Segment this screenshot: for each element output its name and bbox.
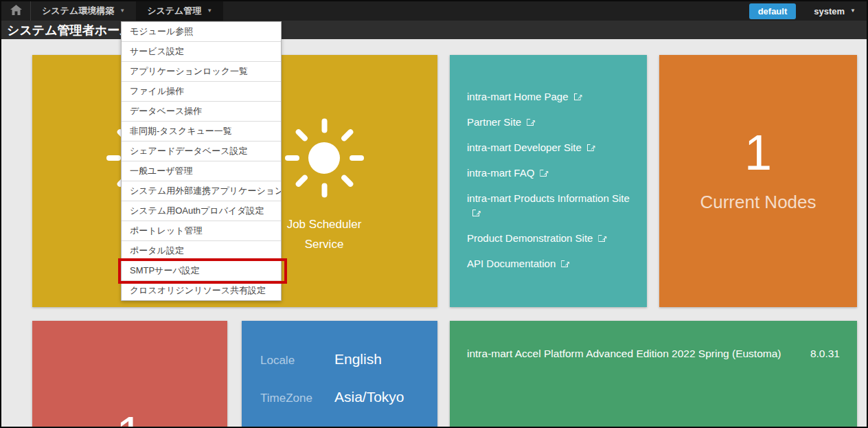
topbar-spacer (223, 1, 749, 21)
menu-item-portal-settings[interactable]: ポータル設定 (122, 241, 281, 261)
current-nodes-tile: 1 Current Nodes (659, 55, 857, 307)
menu-item-general-user-management[interactable]: 一般ユーザ管理 (122, 161, 281, 181)
product-name: intra-mart Accel Platform Advanced Editi… (467, 348, 781, 360)
page-title: システム管理者ホーム (7, 22, 133, 38)
menu-item-file-operations[interactable]: ファイル操作 (122, 82, 281, 102)
timezone-row: TimeZone Asia/Tokyo (260, 389, 437, 405)
timezone-value: Asia/Tokyo (334, 389, 404, 405)
home-button[interactable] (1, 1, 31, 21)
external-link-icon (561, 260, 569, 267)
locale-value: English (334, 351, 382, 368)
service-label: Job Scheduler Service (287, 214, 362, 254)
link-developer-site[interactable]: intra-mart Developer Site (467, 140, 635, 155)
menu-system-management[interactable]: システム管理 ▼ (136, 1, 223, 21)
sun-icon (284, 118, 364, 198)
external-link-icon (540, 169, 547, 177)
menu-label: システム管理 (147, 5, 201, 17)
user-menu-label: system (814, 6, 845, 16)
menu-item-application-lock-list[interactable]: アプリケーションロック一覧 (122, 62, 281, 82)
external-link-icon (527, 118, 534, 126)
locale-timezone-tile: Locale English TimeZone Asia/Tokyo (242, 321, 437, 428)
external-link-icon (587, 144, 595, 151)
menu-label: システム環境構築 (42, 5, 114, 17)
external-link-icon (472, 209, 480, 216)
system-management-dropdown: モジュール参照 サービス設定 アプリケーションロック一覧 ファイル操作 データベ… (121, 21, 282, 301)
top-navigation-bar: システム環境構築 ▼ システム管理 ▼ default system ▼ (1, 1, 867, 21)
locale-label: Locale (260, 354, 334, 368)
current-nodes-label: Current Nodes (700, 192, 816, 213)
link-intra-mart-home-page[interactable]: intra-mart Home Page (467, 89, 635, 104)
external-link-icon (574, 93, 582, 100)
links-tile: intra-mart Home Page Partner Site intra-… (450, 55, 647, 307)
external-link-icon (598, 234, 606, 242)
sessions-count: 1 (116, 409, 144, 428)
current-nodes-count: 1 (744, 127, 772, 178)
default-button[interactable]: default (749, 3, 797, 19)
menu-item-smtp-server-settings[interactable]: SMTPサーバ設定 (122, 261, 281, 281)
menu-item-system-external-apps[interactable]: システム用外部連携アプリケーション (122, 181, 281, 201)
menu-item-system-oauth-provider[interactable]: システム用OAuthプロバイダ設定 (122, 201, 281, 221)
menu-item-module-reference[interactable]: モジュール参照 (122, 22, 281, 42)
chevron-down-icon: ▼ (850, 8, 856, 14)
link-api-documentation[interactable]: API Documentation (467, 256, 635, 271)
menu-item-shared-database-settings[interactable]: シェアードデータベース設定 (122, 142, 281, 161)
menu-item-cors-settings[interactable]: クロスオリジンリソース共有設定 (122, 281, 281, 300)
home-icon (10, 5, 22, 18)
menu-item-service-settings[interactable]: サービス設定 (122, 42, 281, 62)
link-product-demonstration-site[interactable]: Product Demonstration Site (467, 231, 635, 245)
user-menu[interactable]: system ▼ (803, 1, 867, 21)
link-faq[interactable]: intra-mart FAQ (467, 166, 635, 180)
version-number: 8.0.31 (810, 348, 840, 360)
menu-item-database-operations[interactable]: データベース操作 (122, 102, 281, 122)
timezone-label: TimeZone (260, 392, 334, 405)
version-tile: intra-mart Accel Platform Advanced Editi… (450, 321, 857, 428)
sessions-tile: 1 (32, 321, 227, 428)
menu-system-environment[interactable]: システム環境構築 ▼ (31, 1, 136, 21)
locale-row: Locale English (260, 351, 437, 368)
menu-item-async-task-queue-list[interactable]: 非同期-タスクキュー一覧 (122, 122, 281, 142)
link-partner-site[interactable]: Partner Site (467, 115, 635, 129)
chevron-down-icon: ▼ (207, 8, 212, 14)
chevron-down-icon: ▼ (119, 8, 125, 14)
menu-item-portlet-management[interactable]: ポートレット管理 (122, 221, 281, 241)
link-products-information-site[interactable]: intra-mart Products Information Site (467, 191, 635, 220)
